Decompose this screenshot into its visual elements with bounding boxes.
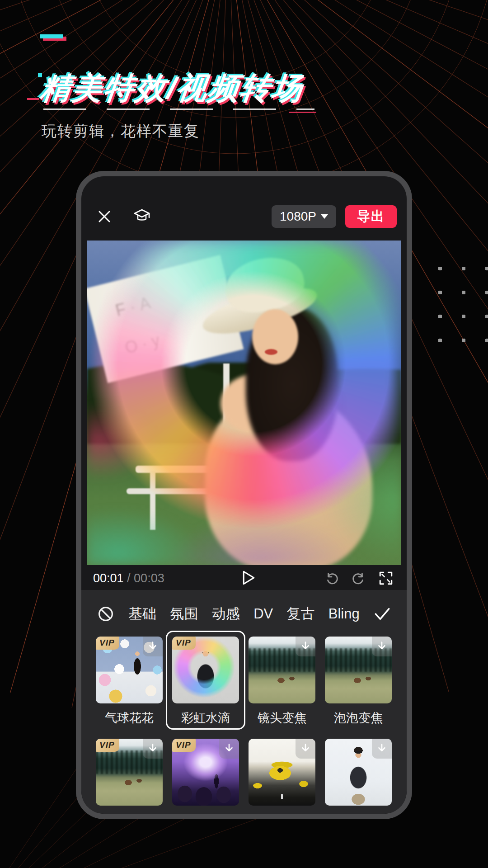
- time-separator: /: [124, 571, 134, 585]
- download-arrow-icon: [300, 641, 311, 652]
- effect-name: 泡泡变焦: [325, 710, 392, 726]
- tab-category-0[interactable]: 基础: [128, 604, 156, 623]
- tutorial-button[interactable]: [132, 208, 152, 226]
- download-icon[interactable]: [296, 739, 315, 759]
- category-tabs: 基础氛围动感DV复古Bling: [97, 604, 391, 623]
- page-title: 精美特效/视频转场: [38, 68, 306, 109]
- total-time: 00:03: [134, 571, 164, 585]
- download-icon[interactable]: [143, 637, 163, 656]
- vip-badge: VIP: [96, 637, 119, 650]
- effect-tile-0[interactable]: VIP气球花花: [96, 637, 163, 726]
- download-icon[interactable]: [372, 739, 392, 759]
- download-icon[interactable]: [143, 739, 163, 759]
- page-subtitle: 玩转剪辑，花样不重复: [42, 121, 200, 142]
- chevron-down-icon: [321, 214, 328, 219]
- play-button[interactable]: [239, 569, 257, 587]
- effect-thumbnail[interactable]: VIP: [96, 739, 163, 806]
- effect-thumbnail[interactable]: [249, 637, 315, 703]
- download-arrow-icon: [376, 743, 388, 755]
- tab-category-4[interactable]: 复古: [286, 604, 314, 623]
- effect-name: 彩虹水滴: [172, 710, 239, 726]
- effects-grid: VIP气球花花VIP彩虹水滴镜头变焦泡泡变焦VIP镜头模糊VIP闪光弹跳单色填充…: [96, 637, 392, 814]
- tab-category-1[interactable]: 氛围: [170, 604, 198, 623]
- effect-thumbnail[interactable]: VIP: [96, 637, 163, 703]
- effect-tile-6[interactable]: 单色填充: [249, 739, 315, 814]
- glitch-red-dash: [27, 98, 39, 100]
- current-time: 00:01: [93, 571, 124, 585]
- rainbow-effect-overlay: [87, 241, 401, 565]
- effect-name: 气球花花: [96, 710, 163, 726]
- effect-tile-3[interactable]: 泡泡变焦: [325, 637, 392, 726]
- editor-toolbar: 1080P 导出: [96, 204, 397, 229]
- tab-category-5[interactable]: Bling: [328, 606, 360, 622]
- effect-tile-2[interactable]: 镜头变焦: [249, 637, 315, 726]
- promo-page: 精美特效/视频转场 玩转剪辑，花样不重复: [0, 0, 488, 868]
- tab-category-3[interactable]: DV: [253, 606, 273, 622]
- download-arrow-icon: [147, 641, 159, 652]
- dots-grid: [428, 257, 488, 353]
- effect-name: 闪光弹跳: [172, 812, 239, 814]
- undo-icon[interactable]: [324, 571, 340, 586]
- effect-tile-7[interactable]: 左右摇晃: [325, 739, 392, 814]
- play-icon: [239, 569, 257, 587]
- time-display: 00:01 / 00:03: [93, 571, 164, 585]
- effect-thumbnail[interactable]: VIP: [172, 637, 239, 703]
- effect-name: 镜头模糊: [96, 812, 163, 814]
- redo-icon[interactable]: [351, 571, 367, 586]
- resolution-button[interactable]: 1080P: [272, 205, 336, 228]
- vip-badge: VIP: [172, 739, 196, 752]
- phone-mockup: 1080P 导出 F·A O·y: [76, 171, 412, 819]
- close-icon: [96, 208, 113, 225]
- fullscreen-icon[interactable]: [378, 571, 394, 586]
- effect-name: 镜头变焦: [249, 710, 315, 726]
- video-preview[interactable]: F·A O·y: [87, 241, 401, 565]
- tab-category-2[interactable]: 动感: [212, 604, 240, 623]
- download-arrow-icon: [147, 743, 159, 755]
- download-arrow-icon: [300, 743, 311, 755]
- effect-thumbnail[interactable]: [325, 739, 392, 806]
- close-button[interactable]: [96, 208, 113, 225]
- no-effect-icon[interactable]: [97, 605, 115, 623]
- effect-thumbnail[interactable]: [249, 739, 315, 806]
- download-icon[interactable]: [372, 637, 392, 656]
- history-controls: [324, 571, 394, 586]
- graduation-cap-icon: [132, 208, 152, 226]
- effect-name: 单色填充: [249, 812, 315, 814]
- vip-badge: VIP: [172, 637, 196, 650]
- download-icon[interactable]: [296, 637, 315, 656]
- resolution-label: 1080P: [280, 209, 316, 224]
- glitch-underline-red: [289, 112, 316, 113]
- effect-thumbnail[interactable]: [325, 637, 392, 703]
- playback-bar: 00:01 / 00:03: [87, 565, 401, 591]
- export-button[interactable]: 导出: [345, 205, 397, 228]
- effect-tile-5[interactable]: VIP闪光弹跳: [172, 739, 239, 814]
- effect-thumbnail[interactable]: VIP: [172, 739, 239, 806]
- effect-name: 左右摇晃: [325, 812, 392, 814]
- confirm-check-icon[interactable]: [373, 606, 391, 622]
- effect-tile-1[interactable]: VIP彩虹水滴: [172, 637, 239, 726]
- effects-panel: 基础氛围动感DV复古Bling VIP气球花花VIP彩虹水滴镜头变焦泡泡变焦VI…: [81, 590, 407, 814]
- effect-tile-4[interactable]: VIP镜头模糊: [96, 739, 163, 814]
- vip-badge: VIP: [96, 739, 119, 752]
- glitch-cyan-dot: [38, 73, 42, 77]
- download-arrow-icon: [223, 743, 235, 755]
- download-arrow-icon: [376, 641, 388, 652]
- download-icon[interactable]: [219, 739, 239, 759]
- accent-dash: [40, 34, 63, 38]
- editor-screen: 1080P 导出 F·A O·y: [81, 176, 407, 814]
